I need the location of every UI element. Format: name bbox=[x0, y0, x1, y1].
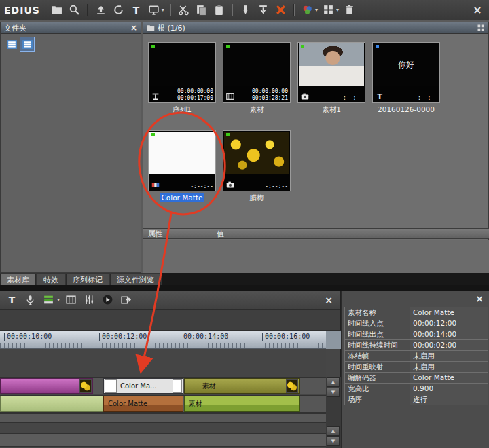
bin-clip-sucai1[interactable]: -:--:-- 素材1 bbox=[297, 42, 365, 115]
property-value: 未启用 bbox=[410, 362, 488, 372]
film-icon bbox=[225, 92, 235, 101]
text-icon bbox=[375, 92, 384, 101]
clip-preview bbox=[149, 132, 215, 174]
scroll-down-button[interactable]: ▼ bbox=[327, 388, 340, 397]
folder-button[interactable] bbox=[49, 2, 65, 18]
timeline-close-button[interactable]: × bbox=[321, 295, 336, 305]
audio-track-row: Color Matte 素材 bbox=[0, 395, 326, 413]
property-label: 编解码器 bbox=[345, 373, 410, 383]
tab-effects[interactable]: 特效 bbox=[37, 274, 65, 285]
property-label: 时间线出点 bbox=[345, 329, 410, 339]
properties-table: 素材名称Color Matte 时间线入点00:00:12:00 时间线出点00… bbox=[344, 307, 488, 405]
bin-view-icon[interactable] bbox=[477, 24, 485, 32]
delete-x-icon bbox=[275, 4, 287, 16]
timeline-clip-sucai-audio[interactable]: 素材 bbox=[184, 396, 300, 412]
scissors-icon bbox=[178, 4, 189, 16]
folder-panel-close-button[interactable]: × bbox=[130, 23, 137, 33]
trash-button[interactable] bbox=[342, 2, 357, 18]
timeline-clip-color-matte-video[interactable]: Color Ma... bbox=[103, 378, 183, 394]
ruler-ticks bbox=[0, 343, 326, 348]
clip-preview bbox=[149, 43, 215, 86]
clip-label: Color Matte bbox=[148, 193, 216, 203]
add-title-button[interactable] bbox=[128, 2, 144, 18]
status-dot bbox=[376, 45, 379, 48]
window-close-button[interactable]: × bbox=[470, 3, 485, 16]
bin-tab-bar: 素材库 特效 序列标记 源文件浏览 bbox=[0, 273, 489, 285]
color-button[interactable] bbox=[300, 2, 315, 18]
bin-clip-sucai[interactable]: 00:00:00:0000:03:28:21 素材 bbox=[223, 42, 291, 115]
property-value: 未启用 bbox=[410, 351, 488, 361]
bin-property-header: 属性 值 bbox=[143, 228, 489, 239]
layout-button[interactable] bbox=[321, 2, 336, 18]
clip-preview bbox=[224, 43, 289, 86]
ruler-timecode: 00:00:12:00 bbox=[99, 333, 147, 341]
timeline-clip-magenta[interactable] bbox=[0, 378, 93, 394]
property-value: 00:00:12:00 bbox=[410, 318, 488, 329]
video-track-row: Color Ma... 素材 bbox=[0, 377, 326, 394]
table-row: 时间重映射未启用 bbox=[345, 362, 488, 373]
dropdown-caret-icon[interactable]: ▾ bbox=[336, 7, 339, 13]
track-layers-button[interactable] bbox=[41, 292, 56, 308]
mixer-button[interactable] bbox=[82, 292, 97, 308]
paste-button[interactable] bbox=[211, 2, 227, 18]
copy-button[interactable] bbox=[194, 2, 209, 18]
timeline-ruler[interactable]: 00:00:10:00 00:00:12:00 00:00:14:00 00:0… bbox=[0, 330, 326, 349]
dropdown-caret-icon[interactable]: ▾ bbox=[162, 7, 164, 13]
bin-root-item[interactable] bbox=[20, 37, 34, 51]
timeline-audio-empty-region[interactable] bbox=[0, 396, 103, 412]
scroll-down-button[interactable]: ▼ bbox=[327, 436, 340, 446]
bin-clip-lamei[interactable]: -:--:-- 腊梅 bbox=[223, 130, 291, 203]
clip-timecode: 00:03:28:21 bbox=[252, 95, 288, 102]
bin-clip-sequence1[interactable]: 00:00:00:0000:00:17:00 序列1 bbox=[148, 42, 216, 115]
clip-label: 序列1 bbox=[148, 105, 216, 115]
timeline-empty-area bbox=[0, 349, 326, 377]
timeline-title-button[interactable] bbox=[4, 292, 20, 308]
bin-clip-title[interactable]: 你好 -:--:-- 20160126-0000 bbox=[372, 42, 440, 115]
table-row: 场序逐行 bbox=[345, 394, 488, 405]
scroll-up-button[interactable]: ▲ bbox=[327, 426, 340, 436]
cut-button[interactable] bbox=[176, 2, 192, 18]
import-button[interactable] bbox=[111, 2, 126, 18]
up-button[interactable] bbox=[93, 2, 109, 18]
status-dot bbox=[301, 45, 304, 48]
timeline-clip-color-matte-audio[interactable]: Color Matte bbox=[103, 396, 183, 412]
property-value: 00:00:14:00 bbox=[410, 329, 488, 339]
clip-preview: 你好 bbox=[374, 43, 439, 86]
capture-button[interactable] bbox=[146, 2, 162, 18]
property-label: 素材名称 bbox=[345, 307, 410, 318]
bin-clip-color-matte[interactable]: -:--:-- Color Matte bbox=[148, 130, 216, 203]
tab-source-browser[interactable]: 源文件浏览 bbox=[110, 274, 161, 285]
dropdown-caret-icon[interactable]: ▾ bbox=[315, 7, 318, 13]
property-column-name: 属性 bbox=[143, 229, 211, 238]
pin-in-button[interactable] bbox=[238, 2, 253, 18]
status-dot bbox=[151, 133, 155, 136]
properties-close-button[interactable]: × bbox=[475, 293, 484, 304]
table-row: 时间线持续时间00:00:02:00 bbox=[345, 340, 488, 351]
color-icon bbox=[302, 4, 313, 16]
paste-icon bbox=[213, 4, 225, 16]
timeline-clip-label: 素材 bbox=[202, 382, 216, 390]
clip-label: 20160126-0000 bbox=[372, 105, 440, 115]
ruler-end-cap bbox=[326, 330, 341, 349]
search-button[interactable] bbox=[67, 2, 82, 18]
tab-bin[interactable]: 素材库 bbox=[0, 274, 36, 285]
film-button[interactable] bbox=[63, 292, 79, 308]
status-dot bbox=[226, 133, 230, 136]
clip-label: 腊梅 bbox=[223, 193, 291, 203]
ruler-timecode: 00:00:16:00 bbox=[262, 333, 310, 341]
scroll-up-button[interactable]: ▲ bbox=[327, 377, 340, 387]
play-button[interactable] bbox=[100, 292, 115, 308]
tab-sequence-marker[interactable]: 序列标记 bbox=[66, 274, 109, 285]
voiceover-button[interactable] bbox=[22, 292, 38, 308]
delete-button[interactable] bbox=[273, 2, 289, 18]
export-button[interactable] bbox=[118, 292, 134, 308]
folder-panel: 文件夹 × bbox=[0, 22, 141, 273]
bin-icon[interactable] bbox=[5, 37, 18, 51]
grid-icon bbox=[323, 4, 334, 16]
timeline-clip-sucai-video[interactable]: 素材 bbox=[184, 378, 300, 394]
pin-out-button[interactable] bbox=[255, 2, 271, 18]
dropdown-caret-icon[interactable]: ▾ bbox=[57, 297, 60, 303]
property-label: 时间线持续时间 bbox=[345, 340, 410, 350]
property-label: 冻结帧 bbox=[345, 351, 410, 361]
folder-tree bbox=[1, 34, 141, 54]
